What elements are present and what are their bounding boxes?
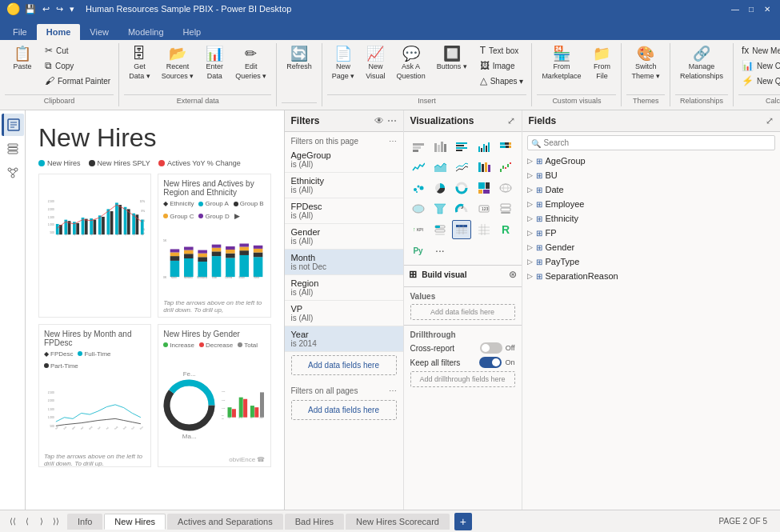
filter-agegroup[interactable]: AgeGroup is (All) — [285, 147, 403, 173]
maximize-btn[interactable]: □ — [745, 2, 758, 15]
get-data-button[interactable]: 🗄 Get Data ▾ — [124, 43, 155, 83]
field-group-employee-header[interactable]: ▷ ⊞ Employee — [522, 197, 781, 211]
copy-button[interactable]: ⧉ Copy — [42, 58, 114, 73]
viz-filled-map-icon[interactable] — [409, 199, 428, 218]
viz-area-icon[interactable] — [430, 158, 450, 177]
paste-button[interactable]: 📋 Paste — [5, 43, 40, 74]
viz-funnel-icon[interactable] — [430, 199, 450, 218]
keep-filters-toggle[interactable]: On — [479, 357, 514, 368]
viz-waterfall-icon[interactable] — [496, 158, 515, 177]
page-nav-last[interactable]: ⟩⟩ — [50, 515, 62, 528]
page-nav-first[interactable]: ⟨⟨ — [6, 515, 19, 528]
viz-gauge-icon[interactable] — [452, 199, 471, 218]
filter-month[interactable]: Month is not Dec — [285, 250, 403, 275]
page-nav-next[interactable]: ⟩ — [35, 515, 48, 528]
new-quick-measure-button[interactable]: ⚡ New Quick Measure — [738, 74, 780, 88]
viz-scatter-icon[interactable] — [409, 178, 428, 198]
buttons-button[interactable]: 🔲 Buttons ▾ — [432, 43, 472, 74]
tab-help[interactable]: Help — [174, 24, 211, 40]
cut-button[interactable]: ✂ Cut — [42, 43, 114, 58]
sidebar-icon-data[interactable] — [2, 138, 24, 160]
viz-stacked-bar-icon[interactable] — [409, 137, 428, 156]
close-btn[interactable]: ✕ — [761, 2, 774, 15]
fields-search-input[interactable] — [527, 135, 776, 150]
minimize-btn[interactable]: — — [729, 2, 742, 15]
enter-data-button[interactable]: 📊 Enter Data — [200, 43, 229, 83]
viz-values-add[interactable]: Add data fields here — [410, 304, 515, 320]
filter-year[interactable]: Year is 2014 — [285, 326, 403, 352]
tab-file[interactable]: File — [3, 24, 37, 40]
field-group-paytype-header[interactable]: ▷ ⊞ PayType — [522, 254, 781, 269]
field-group-ethnicity-header[interactable]: ▷ ⊞ Ethnicity — [522, 211, 781, 226]
viz-100-stacked-bar-icon[interactable] — [496, 137, 515, 156]
page-tab-actives[interactable]: Actives and Separations — [167, 514, 283, 530]
image-button[interactable]: 🖼 Image — [477, 58, 527, 73]
filters-more-icon[interactable]: ⋯ — [387, 115, 397, 126]
page-tab-scorecard[interactable]: New Hires Scorecard — [346, 514, 450, 530]
viz-drillthrough-add[interactable]: Add drillthrough fields here — [410, 371, 515, 387]
expand-legend-btn[interactable]: ▶ — [234, 212, 240, 220]
quick-menu[interactable]: ▾ — [70, 4, 74, 14]
viz-matrix-icon[interactable] — [474, 220, 494, 239]
tab-modeling[interactable]: Modeling — [118, 24, 174, 40]
page-nav-prev[interactable]: ⟨ — [21, 515, 34, 528]
tab-view[interactable]: View — [80, 24, 118, 40]
new-column-button[interactable]: 📊 New Column — [738, 58, 780, 73]
viz-clustered-bar-icon[interactable] — [452, 137, 471, 156]
viz-card-icon[interactable]: 123 — [474, 199, 494, 218]
viz-donut-icon[interactable] — [452, 178, 471, 198]
filter-gender[interactable]: Gender is (All) — [285, 224, 403, 250]
sidebar-icon-report[interactable] — [2, 114, 24, 136]
filter-fpdesc[interactable]: FPDesc is (All) — [285, 198, 403, 224]
viz-ribbon-icon[interactable] — [474, 158, 494, 177]
viz-expand-icon[interactable]: ⤢ — [507, 115, 515, 126]
viz-r-icon[interactable]: R — [496, 220, 515, 239]
tab-home[interactable]: Home — [37, 24, 81, 40]
add-page-btn[interactable]: + — [454, 513, 472, 530]
quick-redo[interactable]: ↪ — [56, 4, 63, 14]
from-file-button[interactable]: 📁 From File — [587, 43, 616, 83]
viz-line-icon[interactable] — [409, 158, 428, 177]
viz-more-icon[interactable]: ··· — [430, 241, 450, 260]
filter-ethnicity[interactable]: Ethnicity is (All) — [285, 173, 403, 198]
textbox-button[interactable]: T Text box — [477, 43, 527, 58]
filters-visibility-icon[interactable]: 👁 — [374, 115, 384, 126]
quick-undo[interactable]: ↩ — [42, 4, 50, 14]
viz-clustered-col-icon[interactable] — [474, 137, 494, 156]
edit-queries-button[interactable]: ✏ Edit Queries ▾ — [230, 43, 271, 83]
sidebar-icon-model[interactable] — [2, 162, 24, 184]
switch-theme-button[interactable]: 🎨 Switch Theme ▾ — [626, 43, 665, 83]
shapes-button[interactable]: △ Shapes ▾ — [477, 74, 527, 88]
field-group-fp-header[interactable]: ▷ ⊞ FP — [522, 226, 781, 240]
fields-expand-icon[interactable]: ⤢ — [766, 115, 774, 126]
viz-python-icon[interactable]: Py — [409, 241, 428, 260]
viz-slicer-icon[interactable] — [430, 220, 450, 239]
quick-save[interactable]: 💾 — [25, 4, 36, 14]
refresh-button[interactable]: 🔄 Refresh — [282, 43, 317, 74]
viz-treemap-icon[interactable] — [474, 178, 494, 198]
field-group-agegroup-header[interactable]: ▷ ⊞ AgeGroup — [522, 154, 781, 168]
filters-add-data[interactable]: Add data fields here — [291, 355, 397, 375]
filters-page-more[interactable]: ⋯ — [389, 137, 397, 146]
viz-build-filter-icon[interactable]: ⊛ — [509, 269, 517, 280]
page-tab-new-hires[interactable]: New Hires — [104, 514, 166, 530]
cross-report-track[interactable] — [480, 342, 502, 354]
viz-multi-row-card-icon[interactable] — [496, 199, 515, 218]
recent-sources-button[interactable]: 📂 Recent Sources ▾ — [157, 43, 199, 83]
field-group-bu-header[interactable]: ▷ ⊞ BU — [522, 168, 781, 182]
format-painter-button[interactable]: 🖌 Format Painter — [42, 74, 114, 88]
field-group-gender-header[interactable]: ▷ ⊞ Gender — [522, 240, 781, 254]
ask-a-question-button[interactable]: 💬 Ask A Question — [392, 43, 430, 83]
filters-all-pages-more[interactable]: ⋯ — [389, 386, 397, 395]
page-tab-info[interactable]: Info — [67, 514, 102, 530]
new-visual-button[interactable]: 📈 New Visual — [361, 43, 390, 83]
viz-pie-icon[interactable] — [430, 178, 450, 198]
viz-kpi-icon[interactable]: ↑KPI — [409, 220, 428, 239]
page-tab-bad-hires[interactable]: Bad Hires — [285, 514, 344, 530]
filters-all-pages-add[interactable]: Add data fields here — [291, 400, 397, 420]
viz-stacked-col-icon[interactable] — [430, 137, 450, 156]
filter-vp[interactable]: VP is (All) — [285, 301, 403, 326]
filter-region[interactable]: Region is (All) — [285, 275, 403, 301]
new-page-button[interactable]: 📄 New Page ▾ — [327, 43, 360, 83]
new-measure-button[interactable]: fx New Measure — [738, 43, 780, 58]
